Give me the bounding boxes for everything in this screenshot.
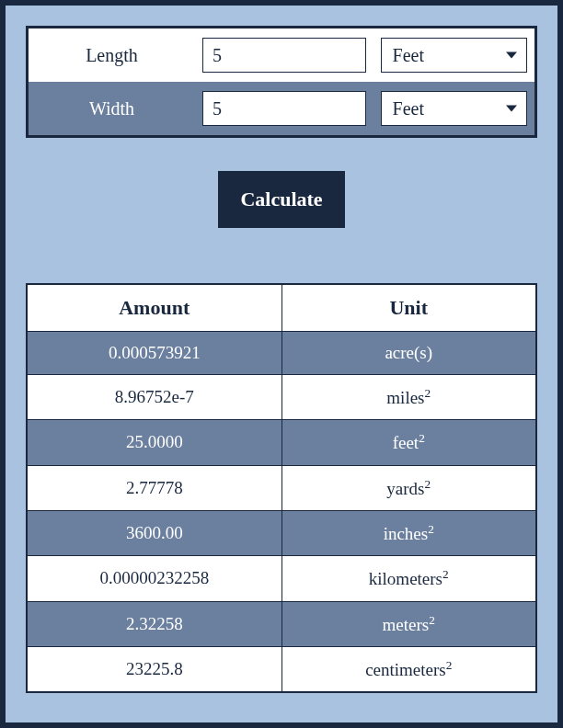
unit-header: Unit <box>282 284 536 332</box>
unit-cell: inches2 <box>282 510 536 555</box>
width-label: Width <box>28 82 195 137</box>
unit-cell: meters2 <box>282 601 536 646</box>
width-input[interactable] <box>202 91 366 126</box>
amount-cell: 2.32258 <box>27 601 282 646</box>
chevron-down-icon <box>506 106 517 112</box>
amount-cell: 23225.8 <box>27 646 282 692</box>
width-unit-select[interactable]: Feet <box>381 91 527 126</box>
results-row: 2.32258meters2 <box>27 601 536 646</box>
amount-cell: 8.96752e-7 <box>27 375 282 420</box>
unit-cell: kilometers2 <box>282 556 536 601</box>
width-row: Width Feet <box>28 82 536 137</box>
results-table: Amount Unit 0.000573921acre(s)8.96752e-7… <box>26 283 537 693</box>
unit-cell: miles2 <box>282 375 536 420</box>
results-row: 2.77778yards2 <box>27 465 536 510</box>
results-row: 3600.00inches2 <box>27 510 536 555</box>
unit-cell: feet2 <box>282 420 536 465</box>
input-table: Length Feet Width Feet <box>26 26 537 138</box>
chevron-down-icon <box>506 52 517 59</box>
results-row: 0.000573921acre(s) <box>27 332 536 375</box>
amount-cell: 0.00000232258 <box>27 556 282 601</box>
length-input[interactable] <box>202 38 366 73</box>
results-row: 23225.8centimeters2 <box>27 646 536 692</box>
calculator-panel: Length Feet Width Feet <box>0 0 563 728</box>
amount-header: Amount <box>27 284 282 332</box>
unit-cell: acre(s) <box>282 332 536 375</box>
calculate-button[interactable]: Calculate <box>218 171 344 228</box>
amount-cell: 0.000573921 <box>27 332 282 375</box>
unit-cell: centimeters2 <box>282 646 536 692</box>
width-unit-value: Feet <box>393 98 424 119</box>
length-unit-value: Feet <box>393 45 424 66</box>
unit-cell: yards2 <box>282 465 536 510</box>
length-label: Length <box>28 28 195 83</box>
amount-cell: 2.77778 <box>27 465 282 510</box>
amount-cell: 25.0000 <box>27 420 282 465</box>
length-unit-select[interactable]: Feet <box>381 38 527 73</box>
results-row: 8.96752e-7miles2 <box>27 375 536 420</box>
length-row: Length Feet <box>28 28 536 83</box>
results-row: 0.00000232258kilometers2 <box>27 556 536 601</box>
amount-cell: 3600.00 <box>27 510 282 555</box>
results-row: 25.0000feet2 <box>27 420 536 465</box>
